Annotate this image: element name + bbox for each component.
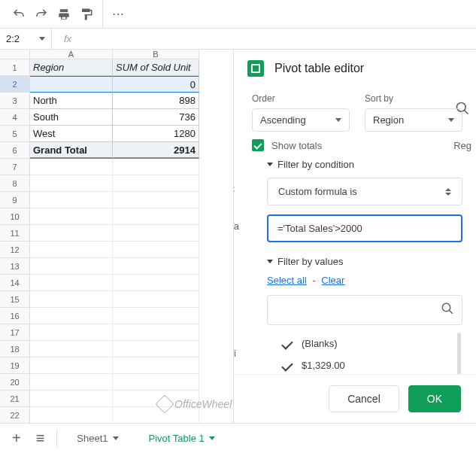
cell[interactable] [30,225,113,242]
sortby-dropdown[interactable]: Region [365,108,462,132]
row-header[interactable]: 5 [0,126,30,142]
cell[interactable]: SUM of Sold Unit [113,59,199,76]
show-totals-checkbox[interactable] [252,139,264,151]
all-sheets-button[interactable]: ≡ [33,427,48,450]
cell[interactable] [30,175,113,192]
cell[interactable] [113,159,199,175]
cell[interactable]: 1280 [113,126,199,142]
row-header[interactable]: 7 [0,159,30,175]
cell[interactable]: 0 [113,76,199,93]
cell[interactable] [113,308,199,324]
tab-pivot[interactable]: Pivot Table 1 [138,427,226,450]
select-all-link[interactable]: Select all [267,275,307,286]
cell[interactable] [30,208,113,225]
add-sheet-button[interactable]: + [9,427,24,450]
cell[interactable] [113,258,199,275]
fx-label: fx [58,33,77,44]
row-header[interactable]: 17 [0,324,30,341]
row-header[interactable]: 3 [0,93,30,109]
cell[interactable] [30,324,113,341]
cell[interactable]: Grand Total [30,142,113,159]
order-dropdown[interactable]: Ascending [252,108,350,132]
tab-label: Sheet1 [77,433,108,444]
cell[interactable] [113,374,199,391]
cell[interactable] [113,275,199,291]
cell[interactable]: West [30,126,113,142]
cell[interactable] [30,242,113,258]
more-icon[interactable]: ⋯ [112,7,126,21]
row-header[interactable]: 13 [0,258,30,275]
cell[interactable] [30,374,113,391]
clear-link[interactable]: Clear [321,275,344,286]
cell[interactable] [113,407,199,424]
cell[interactable] [30,291,113,308]
cell[interactable]: 2914 [113,142,199,159]
cell[interactable] [113,208,199,225]
row-header[interactable]: 19 [0,357,30,374]
cell[interactable] [30,76,113,93]
cell[interactable] [113,225,199,242]
cell[interactable]: Region [30,59,113,76]
condition-type-select[interactable]: Custom formula is [267,178,462,205]
namebox-dropdown-icon[interactable] [39,37,45,41]
cell[interactable]: North [30,93,113,109]
row-header[interactable]: 16 [0,308,30,324]
cell[interactable]: 736 [113,109,199,126]
cell[interactable] [30,391,113,407]
redo-icon[interactable] [35,8,48,21]
row-header[interactable]: 18 [0,341,30,357]
row-header[interactable]: 21 [0,391,30,407]
column-header-b[interactable]: B [113,50,199,59]
undo-icon[interactable] [12,8,26,21]
cell[interactable] [113,324,199,341]
ok-button[interactable]: OK [408,385,461,412]
spreadsheet: A B 1RegionSUM of Sold Unit203North8984S… [0,50,233,423]
row-header[interactable]: 22 [0,407,30,424]
row-header[interactable]: 8 [0,175,30,192]
filter-value-item[interactable]: (Blanks) [282,333,462,354]
cell[interactable] [30,159,113,175]
name-box[interactable]: 2:2 [0,33,39,44]
row-header[interactable]: 9 [0,192,30,208]
filter-value-item[interactable]: $1,329.00 [282,354,462,374]
peek-labels: C Va Fi [234,184,239,359]
row-header[interactable]: 11 [0,225,30,242]
paint-format-icon[interactable] [80,8,93,21]
print-icon[interactable] [57,8,71,21]
filter-search[interactable] [267,295,462,325]
table-row: 15 [0,291,233,308]
select-all-corner[interactable] [0,50,30,59]
scrollbar[interactable] [457,333,461,374]
cell[interactable] [113,341,199,357]
cell[interactable]: 898 [113,93,199,109]
cell[interactable] [30,275,113,291]
cell[interactable] [113,357,199,374]
filter-values-heading[interactable]: Filter by values [267,256,462,267]
cancel-button[interactable]: Cancel [329,385,399,412]
cell[interactable] [113,192,199,208]
formula-input[interactable]: ='Total Sales'>2000 [267,214,462,242]
cell[interactable] [113,175,199,192]
cell[interactable]: South [30,109,113,126]
cell[interactable] [30,258,113,275]
cell[interactable] [113,242,199,258]
cell[interactable] [113,291,199,308]
row-header[interactable]: 1 [0,59,30,76]
cell[interactable] [113,391,199,407]
row-header[interactable]: 10 [0,208,30,225]
cell[interactable] [30,357,113,374]
cell[interactable] [30,341,113,357]
row-header[interactable]: 4 [0,109,30,126]
cell[interactable] [30,407,113,424]
cell[interactable] [30,308,113,324]
filter-condition-heading[interactable]: Filter by condition [267,159,462,170]
row-header[interactable]: 6 [0,142,30,159]
row-header[interactable]: 2 [0,76,30,93]
row-header[interactable]: 14 [0,275,30,291]
cell[interactable] [30,192,113,208]
column-header-a[interactable]: A [30,50,113,59]
row-header[interactable]: 12 [0,242,30,258]
row-header[interactable]: 20 [0,374,30,391]
row-header[interactable]: 15 [0,291,30,308]
tab-sheet1[interactable]: Sheet1 [66,427,129,450]
